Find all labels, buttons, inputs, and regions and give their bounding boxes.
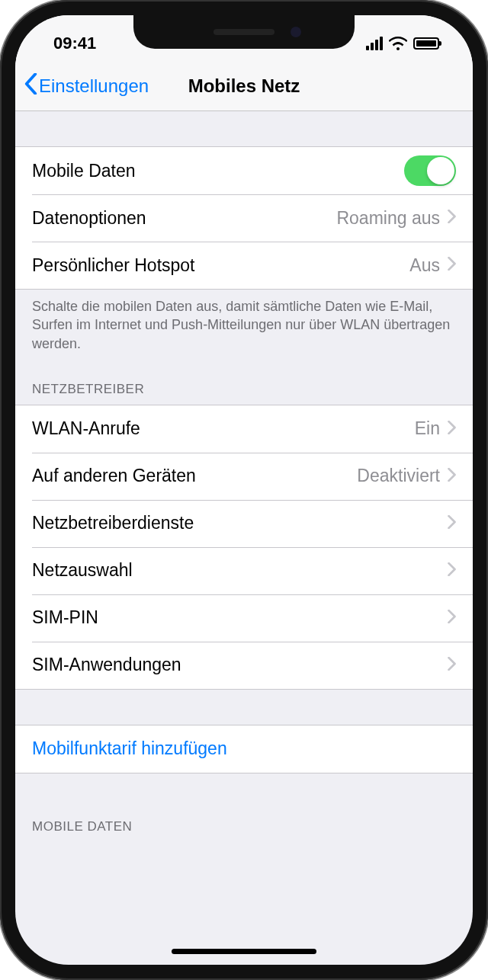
status-time: 09:41 <box>53 34 96 53</box>
data-options-label: Datenoptionen <box>32 208 336 229</box>
chevron-left-icon <box>24 73 37 99</box>
mobile-data-row[interactable]: Mobile Daten <box>15 147 473 194</box>
chevron-right-icon <box>448 257 456 274</box>
carrier-header: NETZBETREIBER <box>15 363 473 405</box>
home-indicator[interactable] <box>172 949 316 954</box>
status-icons <box>366 37 439 50</box>
mobile-data-group: Mobile Daten Datenoptionen Roaming aus P… <box>15 146 473 290</box>
phone-frame: 09:41 Einstellungen Mobiles Net <box>0 0 488 980</box>
network-select-label: Netzauswahl <box>32 560 448 581</box>
sim-pin-label: SIM-PIN <box>32 607 448 628</box>
nav-bar: Einstellungen Mobiles Netz <box>15 61 473 111</box>
data-options-value: Roaming aus <box>336 208 440 229</box>
back-button[interactable]: Einstellungen <box>24 73 149 99</box>
network-select-row[interactable]: Netzauswahl <box>15 547 473 594</box>
back-label: Einstellungen <box>39 75 149 97</box>
sim-pin-row[interactable]: SIM-PIN <box>15 594 473 642</box>
chevron-right-icon <box>448 610 456 626</box>
hotspot-value: Aus <box>409 255 440 276</box>
sim-apps-label: SIM-Anwendungen <box>32 655 448 675</box>
cellular-signal-icon <box>366 37 383 50</box>
sim-apps-row[interactable]: SIM-Anwendungen <box>15 642 473 689</box>
chevron-right-icon <box>448 468 456 485</box>
settings-content: Mobile Daten Datenoptionen Roaming aus P… <box>15 111 473 842</box>
other-devices-value: Deaktiviert <box>357 466 440 486</box>
wifi-calls-value: Ein <box>415 418 440 439</box>
add-plan-group: Mobilfunktarif hinzufügen <box>15 725 473 773</box>
chevron-right-icon <box>448 210 456 226</box>
data-options-row[interactable]: Datenoptionen Roaming aus <box>15 194 473 242</box>
hotspot-row[interactable]: Persönlicher Hotspot Aus <box>15 242 473 289</box>
screen: 09:41 Einstellungen Mobiles Net <box>15 15 473 965</box>
mobile-data-section-header: MOBILE DATEN <box>15 773 473 842</box>
wifi-calls-label: WLAN-Anrufe <box>32 418 415 439</box>
wifi-calls-row[interactable]: WLAN-Anrufe Ein <box>15 405 473 453</box>
mobile-data-footer: Schalte die mobilen Daten aus, damit säm… <box>15 290 473 363</box>
add-plan-row[interactable]: Mobilfunktarif hinzufügen <box>15 725 473 773</box>
other-devices-row[interactable]: Auf anderen Geräten Deaktiviert <box>15 453 473 500</box>
battery-icon <box>413 37 439 50</box>
carrier-services-row[interactable]: Netzbetreiberdienste <box>15 500 473 547</box>
mobile-data-label: Mobile Daten <box>32 161 404 181</box>
notch <box>133 15 355 49</box>
chevron-right-icon <box>448 657 456 674</box>
other-devices-label: Auf anderen Geräten <box>32 466 357 486</box>
chevron-right-icon <box>448 421 456 437</box>
wifi-icon <box>389 37 407 50</box>
add-plan-label: Mobilfunktarif hinzufügen <box>32 738 227 759</box>
chevron-right-icon <box>448 562 456 579</box>
mobile-data-toggle[interactable] <box>404 155 456 186</box>
carrier-services-label: Netzbetreiberdienste <box>32 513 448 533</box>
chevron-right-icon <box>448 515 456 532</box>
carrier-group: WLAN-Anrufe Ein Auf anderen Geräten Deak… <box>15 405 473 690</box>
hotspot-label: Persönlicher Hotspot <box>32 255 409 276</box>
